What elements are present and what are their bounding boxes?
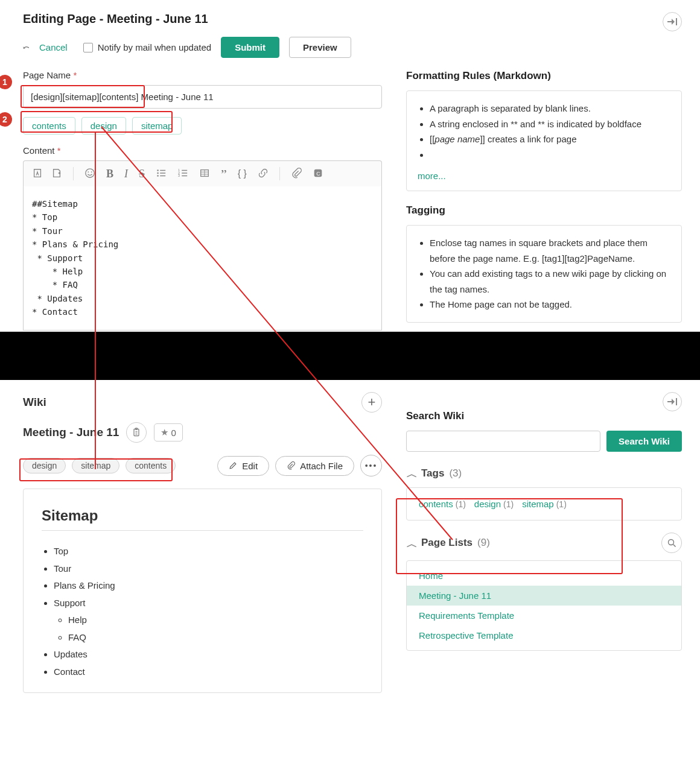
formatting-rule: A paragraph is separated by blank lines. [430, 101, 670, 116]
wiki-section-title: Wiki [23, 396, 46, 409]
attach-file-button[interactable]: Attach File [275, 456, 354, 476]
svg-point-5 [157, 175, 159, 177]
svg-point-3 [157, 169, 159, 171]
formatting-rules-box: A paragraph is separated by blank lines.… [406, 90, 682, 191]
svg-text:C: C [316, 170, 320, 176]
tag-count: (1) [503, 499, 514, 509]
page-title: Editing Page - Meeting - June 11 [23, 12, 682, 26]
content-label: Content * [23, 145, 382, 156]
add-page-icon[interactable] [51, 168, 62, 180]
panel-separator [0, 332, 700, 380]
list-item: Plans & Pricing [54, 577, 363, 595]
svg-text:3: 3 [178, 174, 180, 177]
tagging-heading: Tagging [406, 204, 682, 217]
collapse-sidebar-button[interactable] [663, 12, 682, 31]
number-list-icon[interactable]: 123 [177, 168, 188, 180]
copy-button[interactable] [126, 422, 147, 443]
formatting-rule: [[page name]] creates a link for page [430, 131, 670, 147]
collapse-icon [667, 17, 677, 26]
collapse-sidebar-button-2[interactable] [663, 392, 682, 411]
page-list-item[interactable]: Retrospective Template [407, 625, 681, 645]
formatting-rules-heading: Formatting Rules (Markdown) [406, 70, 682, 82]
page-name-input[interactable] [23, 85, 382, 109]
notify-checkbox[interactable] [83, 43, 93, 52]
search-wiki-heading: Search Wiki [406, 410, 682, 422]
tag-pill[interactable]: sitemap [132, 117, 182, 134]
tags-box: contents(1)design(1)sitemap(1) [406, 487, 682, 521]
list-item: Help [68, 612, 363, 629]
tagging-rule: Enclose tag names in square brackets and… [430, 235, 670, 266]
list-item: Tour [54, 560, 363, 578]
attach-icon[interactable] [291, 168, 302, 180]
edit-button[interactable]: Edit [217, 456, 269, 476]
annotation-badge-1: 1 [0, 75, 12, 89]
svg-point-0 [86, 168, 94, 177]
emoji-icon[interactable] [84, 168, 95, 180]
tag-pill[interactable]: contents [23, 117, 75, 134]
page-list-item[interactable]: Home [407, 566, 681, 586]
clipboard-icon [132, 428, 141, 437]
tag-count: (1) [556, 499, 567, 509]
content-heading: Sitemap [42, 507, 363, 531]
cancel-link[interactable]: Cancel [39, 42, 68, 52]
notify-checkbox-label[interactable]: Notify by mail when updated [83, 42, 211, 52]
bold-icon[interactable]: B [106, 168, 113, 180]
search-wiki-input[interactable] [406, 431, 600, 452]
tag-link[interactable]: design [474, 499, 501, 509]
tag-pill[interactable]: sitemap [72, 458, 119, 473]
page-list-item[interactable]: Requirements Template [407, 606, 681, 625]
tag-pill[interactable]: contents [126, 458, 176, 473]
tag-count: (1) [456, 499, 466, 509]
preview-button[interactable]: Preview [289, 37, 351, 58]
tag-pill[interactable]: design [81, 117, 126, 134]
strikethrough-icon[interactable]: S [139, 168, 145, 180]
search-wiki-button[interactable]: Search Wiki [606, 431, 682, 452]
editor-toolbar: B I S 123 ” { } C [23, 160, 382, 186]
formatting-rule: A string enclosed in ** and ** is indica… [430, 116, 670, 132]
tagging-box: Enclose tag names in square brackets and… [406, 225, 682, 323]
content-editor[interactable]: ##Sitemap * Top * Tour * Plans & Pricing… [23, 186, 382, 331]
list-item: FAQ [68, 629, 363, 647]
tag-link[interactable]: sitemap [522, 499, 554, 509]
code-icon[interactable]: { } [238, 168, 247, 179]
search-pagelists-button[interactable] [661, 533, 682, 553]
pagelists-accordion-head[interactable]: 〈 Page Lists (9) [406, 533, 682, 553]
svg-point-14 [668, 539, 673, 545]
italic-icon[interactable]: I [124, 168, 128, 180]
table-icon[interactable] [199, 168, 210, 180]
tagging-rule: The Home page can not be tagged. [430, 297, 670, 312]
chevron-up-icon: 〈 [404, 468, 418, 478]
svg-point-2 [91, 171, 92, 172]
wiki-content: Sitemap TopTourPlans & PricingSupportHel… [23, 489, 382, 693]
link-wiki-icon[interactable] [32, 168, 43, 180]
tag-pill[interactable]: design [23, 458, 66, 473]
formatting-rule [430, 147, 670, 163]
more-actions-button[interactable]: ••• [360, 455, 382, 476]
list-item: SupportHelpFAQ [54, 595, 363, 647]
cacoo-icon[interactable]: C [313, 168, 323, 180]
chevron-up-icon: 〈 [404, 538, 418, 548]
annotation-badge-2: 2 [0, 112, 12, 127]
svg-rect-12 [134, 429, 139, 435]
more-link[interactable]: more... [418, 171, 446, 181]
wiki-page-title: Meeting - June 11 [23, 426, 119, 439]
notify-label-text: Notify by mail when updated [98, 42, 211, 52]
star-icon: ★ [161, 427, 168, 438]
collapse-icon [667, 397, 677, 406]
submit-button[interactable]: Submit [221, 37, 279, 58]
svg-point-1 [88, 171, 89, 172]
link-icon[interactable] [258, 168, 269, 180]
quote-icon[interactable]: ” [221, 171, 227, 177]
pencil-icon [229, 461, 237, 470]
page-list: HomeMeeting - June 11Requirements Templa… [406, 560, 682, 651]
list-item: Top [54, 543, 363, 560]
star-badge[interactable]: ★ 0 [154, 423, 182, 441]
page-list-item[interactable]: Meeting - June 11 [407, 586, 681, 606]
paperclip-icon [287, 461, 295, 470]
star-count: 0 [171, 428, 176, 438]
search-icon [667, 539, 676, 548]
bullet-list-icon[interactable] [156, 168, 167, 180]
tags-accordion-head[interactable]: 〈 Tags (3) [406, 466, 682, 480]
tag-link[interactable]: contents [419, 499, 453, 509]
add-page-button[interactable]: + [361, 392, 382, 413]
